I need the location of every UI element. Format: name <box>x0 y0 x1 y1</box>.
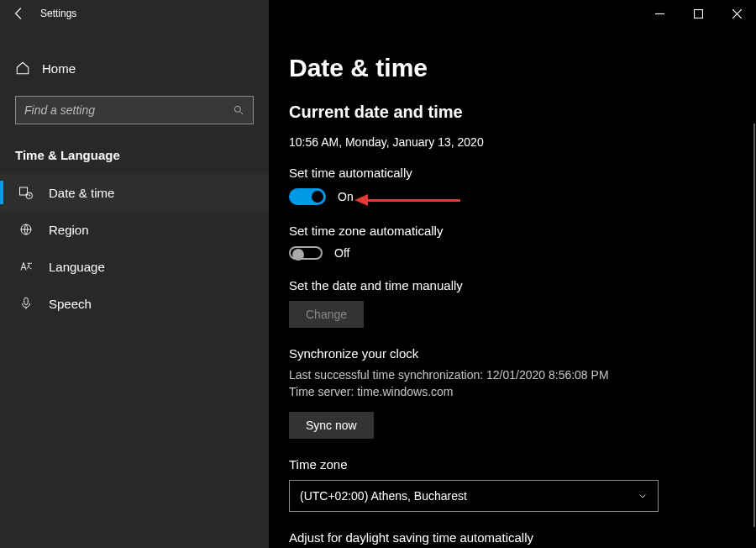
sidebar-item-label: Speech <box>49 297 92 311</box>
home-link[interactable]: Home <box>0 50 269 86</box>
maximize-button[interactable] <box>679 0 717 27</box>
set-time-auto-toggle[interactable] <box>289 188 326 205</box>
set-timezone-auto-state: Off <box>334 246 349 260</box>
content-pane: Date & time Current date and time 10:56 … <box>269 27 756 548</box>
calendar-clock-icon <box>18 185 34 200</box>
manual-datetime-label: Set the date and time manually <box>289 278 736 292</box>
maximize-icon <box>694 9 703 18</box>
sidebar: Home Time & Language Date & time Region … <box>0 27 269 548</box>
back-button[interactable] <box>0 0 39 27</box>
set-time-auto-state: On <box>338 190 354 203</box>
set-timezone-auto-label: Set time zone automatically <box>289 224 736 238</box>
sync-clock-label: Synchronize your clock <box>289 346 736 361</box>
globe-icon <box>18 222 34 237</box>
sidebar-item-label: Date & time <box>49 186 114 200</box>
search-icon <box>233 104 244 116</box>
sync-now-button[interactable]: Sync now <box>289 412 374 439</box>
timezone-label: Time zone <box>289 457 736 472</box>
timezone-dropdown[interactable]: (UTC+02:00) Athens, Bucharest <box>289 480 659 512</box>
sidebar-item-date-time[interactable]: Date & time <box>0 174 269 211</box>
sync-server-text: Time server: time.windows.com <box>289 384 736 401</box>
page-title: Date & time <box>289 54 736 82</box>
set-time-auto-label: Set time automatically <box>289 166 736 180</box>
title-bar: Settings <box>0 0 756 27</box>
current-datetime-value: 10:56 AM, Monday, January 13, 2020 <box>289 135 736 149</box>
search-input[interactable] <box>24 103 226 117</box>
home-icon <box>15 61 30 76</box>
minimize-button[interactable] <box>640 0 679 27</box>
mic-icon <box>18 296 34 311</box>
minimize-icon <box>655 9 664 18</box>
chevron-down-icon <box>638 491 648 501</box>
sync-last-text: Last successful time synchronization: 12… <box>289 367 736 384</box>
current-datetime-header: Current date and time <box>289 103 736 122</box>
home-label: Home <box>42 61 76 76</box>
svg-line-3 <box>240 112 244 115</box>
sidebar-section-header: Time & Language <box>15 148 269 162</box>
close-button[interactable] <box>717 0 756 27</box>
set-timezone-auto-toggle[interactable] <box>289 246 323 260</box>
sidebar-item-language[interactable]: Language <box>0 248 269 285</box>
change-button[interactable]: Change <box>289 301 364 328</box>
svg-rect-1 <box>694 9 702 18</box>
language-icon <box>18 259 34 274</box>
svg-rect-7 <box>24 298 29 304</box>
arrow-left-icon <box>12 6 27 21</box>
timezone-selected: (UTC+02:00) Athens, Bucharest <box>300 489 467 503</box>
close-icon <box>732 9 742 18</box>
sidebar-item-region[interactable]: Region <box>0 211 269 248</box>
content-scrollbar[interactable] <box>753 124 755 527</box>
sidebar-item-label: Language <box>49 260 105 274</box>
search-box[interactable] <box>15 96 254 124</box>
sidebar-item-label: Region <box>49 223 89 237</box>
window-title: Settings <box>40 8 76 19</box>
svg-point-2 <box>234 106 240 112</box>
dst-label: Adjust for daylight saving time automati… <box>289 530 736 545</box>
sidebar-item-speech[interactable]: Speech <box>0 285 269 322</box>
